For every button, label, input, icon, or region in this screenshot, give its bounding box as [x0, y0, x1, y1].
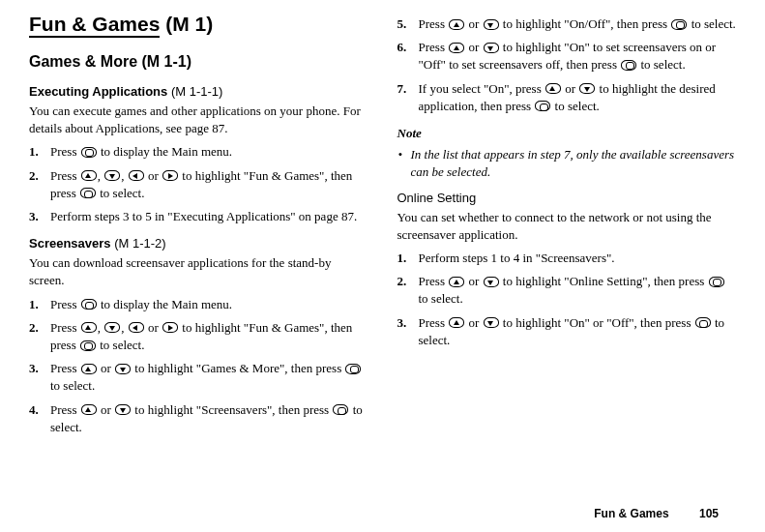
step-text: , — [98, 320, 104, 335]
main-heading-line: Fun & Games (M 1) — [29, 10, 368, 38]
step-text: Press — [419, 40, 449, 54]
step-text: to highlight "Games & More", then press — [132, 361, 344, 375]
section-screensavers-heading: Screensavers (M 1-1-2) — [29, 235, 368, 252]
sub-heading-menu-ref: (M 1-1) — [137, 53, 191, 70]
up-button-icon — [81, 170, 97, 181]
step-item: Press , , or to highlight "Fun & Games",… — [29, 319, 368, 354]
section-executing-apps-title: Executing Applications — [29, 84, 167, 99]
step-text: Press — [50, 361, 80, 375]
footer-section-name: Fun & Games — [594, 507, 668, 520]
center-button-icon — [81, 299, 97, 310]
step-text: or — [145, 168, 162, 183]
step-text: Press — [50, 168, 80, 183]
up-button-icon — [449, 277, 464, 287]
step-text: If you select "On", press — [419, 81, 544, 96]
step-text: to select. — [688, 16, 735, 31]
center-button-icon — [695, 317, 711, 328]
center-button-icon — [80, 340, 96, 351]
online-setting-steps: Perform steps 1 to 4 in "Screensavers". … — [397, 250, 737, 349]
step-item: Press or to highlight "On" or "Off", the… — [397, 314, 737, 349]
left-button-icon — [129, 322, 144, 333]
right-button-icon — [162, 322, 178, 333]
sub-heading-text: Games & More — [29, 53, 137, 70]
center-button-icon — [81, 147, 97, 158]
down-button-icon — [115, 404, 131, 415]
step-item: Press or to highlight "On/Off", then pre… — [397, 15, 737, 33]
section-executing-apps-intro: You can execute games and other applicat… — [29, 103, 368, 137]
step-text: or — [465, 40, 482, 54]
left-button-icon — [129, 170, 144, 181]
down-button-icon — [104, 322, 120, 333]
step-text: or — [145, 320, 162, 335]
down-button-icon — [484, 317, 499, 328]
step-text: or — [562, 81, 578, 96]
step-item: If you select "On", press or to highligh… — [397, 80, 737, 115]
step-text: to select. — [637, 57, 685, 72]
step-text: Press — [50, 297, 80, 311]
section-screensavers-intro: You can download screensaver application… — [29, 254, 368, 289]
up-button-icon — [81, 364, 97, 374]
step-text: to display the Main menu. — [98, 297, 232, 311]
up-button-icon — [449, 19, 464, 30]
step-text: Press — [50, 144, 80, 159]
footer: Fun & Games 105 — [594, 506, 719, 522]
up-button-icon — [81, 404, 97, 415]
step-text: to select. — [551, 99, 599, 113]
up-button-icon — [449, 43, 464, 53]
executing-apps-steps: Press to display the Main menu. Press , … — [29, 143, 368, 225]
screensavers-steps-right: Press or to highlight "On/Off", then pre… — [397, 15, 737, 115]
center-button-icon — [671, 19, 687, 30]
step-text: , — [121, 320, 128, 335]
step-text: Press — [50, 320, 80, 335]
section-executing-apps-menu-ref: (M 1-1-1) — [167, 84, 222, 99]
step-text: to display the Main menu. — [98, 144, 232, 159]
step-item: Press or to highlight "On" to set screen… — [397, 39, 737, 74]
note-heading: Note — [397, 125, 737, 142]
step-text: , — [98, 168, 104, 183]
section-online-setting-intro: You can set whether to connect to the ne… — [397, 209, 737, 244]
up-button-icon — [545, 83, 561, 94]
center-button-icon — [621, 60, 636, 71]
step-text: or — [98, 402, 114, 417]
step-text: to select. — [97, 338, 144, 352]
step-item: Press or to highlight "Online Setting", … — [397, 273, 737, 308]
step-item: Press to display the Main menu. — [29, 143, 368, 161]
step-text: or — [465, 315, 482, 330]
step-text: Press — [419, 274, 449, 288]
step-text: to highlight "On/Off", then press — [500, 16, 671, 31]
step-text: to select. — [419, 291, 463, 306]
center-button-icon — [333, 404, 348, 415]
main-heading: Fun & Games — [29, 13, 160, 38]
main-heading-menu-ref: (M 1) — [160, 13, 213, 35]
step-item: Press or to highlight "Games & More", th… — [29, 360, 368, 395]
down-button-icon — [484, 19, 499, 30]
down-button-icon — [579, 83, 595, 94]
down-button-icon — [484, 277, 499, 287]
footer-page-number: 105 — [699, 507, 719, 520]
down-button-icon — [104, 170, 120, 181]
step-text: to highlight "Screensavers", then press — [132, 402, 332, 417]
step-text: to highlight "Online Setting", then pres… — [500, 274, 708, 288]
sub-heading: Games & More (M 1-1) — [29, 51, 368, 73]
center-button-icon — [345, 364, 361, 374]
center-button-icon — [709, 277, 724, 287]
step-item: Press or to highlight "Screensavers", th… — [29, 401, 368, 436]
step-item: Press to display the Main menu. — [29, 296, 368, 313]
screensavers-steps-left: Press to display the Main menu. Press , … — [29, 296, 368, 436]
step-text: or — [465, 274, 482, 288]
note-body: In the list that appears in step 7, only… — [397, 146, 737, 181]
right-button-icon — [162, 170, 178, 181]
step-text: or — [465, 16, 482, 31]
step-item: Perform steps 1 to 4 in "Screensavers". — [397, 250, 737, 267]
step-text: to select. — [97, 186, 144, 200]
step-text: to select. — [50, 378, 95, 393]
step-text: Press — [50, 402, 80, 417]
up-button-icon — [81, 322, 97, 333]
center-button-icon — [535, 101, 550, 111]
section-online-setting-heading: Online Setting — [397, 190, 737, 207]
step-text: Press — [419, 315, 449, 330]
step-text: to highlight "On" or "Off", then press — [500, 315, 694, 330]
step-item: Press , , or to highlight "Fun & Games",… — [29, 167, 368, 202]
step-text: , — [121, 168, 128, 183]
section-executing-apps-heading: Executing Applications (M 1-1-1) — [29, 83, 368, 101]
